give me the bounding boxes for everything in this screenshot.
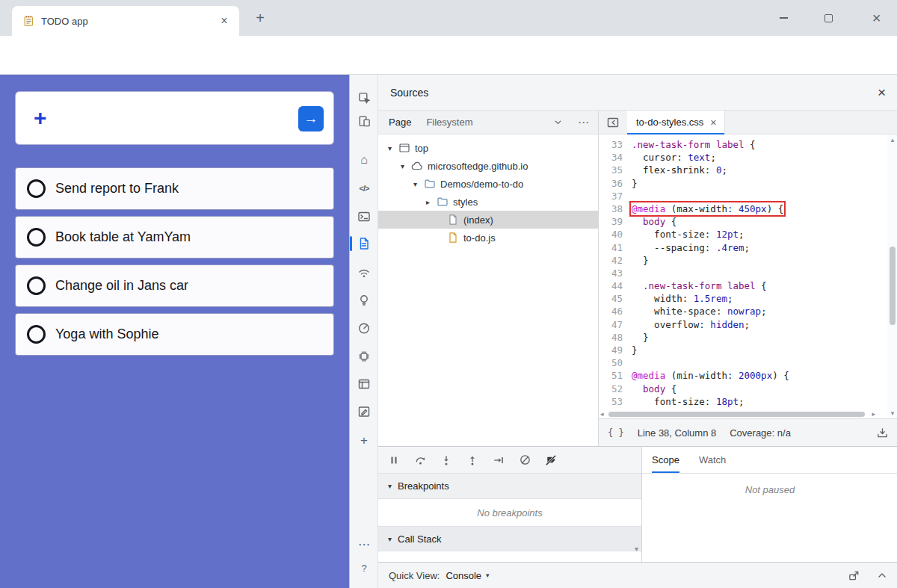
line-number[interactable]: 47 [599,318,632,331]
code-line-content[interactable]: .new-task-form label { [632,279,767,292]
chevron-down-icon[interactable] [553,117,563,127]
more-tools-plus-icon[interactable]: + [350,430,378,452]
line-number[interactable]: 35 [599,164,632,176]
code-line-content[interactable]: font-size: 12pt; [632,228,745,241]
line-number[interactable]: 36 [599,177,632,190]
line-number[interactable]: 43 [599,267,632,279]
code-area[interactable]: 33.new-task-form label {34 cursor: text;… [599,134,887,409]
toggle-navigator-icon[interactable] [599,111,627,134]
line-number[interactable]: 50 [599,356,632,369]
devtools-close-icon[interactable]: × [878,84,886,101]
task-item[interactable]: Yoga with Sophie [15,313,334,356]
task-checkbox-icon[interactable] [27,179,46,198]
tree-item-styles[interactable]: ▸styles [378,193,598,211]
pretty-print-icon[interactable]: { } [608,427,624,438]
dont-pause-on-exceptions-icon[interactable] [544,454,558,467]
download-tray-icon[interactable] [876,427,889,439]
step-into-icon[interactable] [440,454,453,467]
chevron-right-icon[interactable]: ▸ [424,198,432,206]
chevron-down-icon[interactable]: ▾ [411,180,419,188]
line-number[interactable]: 33 [599,138,632,151]
horizontal-scroll-thumb[interactable] [608,412,865,417]
coverage-status[interactable]: Coverage: n/a [730,427,791,439]
line-number[interactable]: 38 [599,202,632,215]
tab-watch[interactable]: Watch [699,447,726,473]
step-over-icon[interactable] [413,454,427,467]
code-line-content[interactable]: } [632,177,638,190]
issues-lightbulb-icon[interactable] [350,289,378,312]
file-tab-close-icon[interactable]: × [710,117,716,129]
scroll-up-icon[interactable]: ▴ [887,136,897,143]
help-icon[interactable]: ? [350,557,378,579]
window-maximize-button[interactable] [811,0,845,36]
tree-item-to-do-js[interactable]: to-do.js [378,229,598,247]
line-number[interactable]: 49 [599,344,632,356]
chevron-up-icon[interactable] [877,570,887,581]
expand-panel-icon[interactable] [848,569,860,582]
call-stack-section-header[interactable]: ▾ Call Stack [378,526,641,551]
line-number[interactable]: 42 [599,254,632,267]
console-panel-icon[interactable] [350,205,378,228]
performance-panel-icon[interactable] [350,317,378,339]
line-number[interactable]: 52 [599,383,632,395]
code-line-content[interactable]: } [632,331,649,344]
code-line-content[interactable]: --spacing: .4rem; [632,241,750,254]
code-line-content[interactable]: flex-shrink: 0; [632,164,727,176]
step-icon[interactable] [492,454,505,467]
file-tab-active[interactable]: to-do-styles.css × [627,111,725,134]
horizontal-scrollbar[interactable]: ◂ ▸ [599,410,887,418]
breakpoints-section-header[interactable]: ▾ Breakpoints [378,474,641,499]
code-line-content[interactable]: } [632,344,638,356]
code-line-content[interactable]: .new-task-form label { [632,138,756,151]
task-checkbox-icon[interactable] [27,276,46,295]
line-number[interactable]: 51 [599,369,632,382]
scroll-down-icon[interactable]: ▾ [887,409,897,417]
application-panel-icon[interactable] [350,373,378,395]
more-options-icon[interactable]: ⋯ [350,533,378,555]
line-number[interactable]: 45 [599,292,632,305]
scroll-right-icon[interactable]: ▸ [872,410,875,418]
tab-close-icon[interactable]: × [217,13,232,28]
code-line-content[interactable]: font-size: 18pt; [632,395,745,408]
code-line-content[interactable]: } [632,254,649,267]
pause-icon[interactable] [387,454,401,467]
code-line-content[interactable]: body { [632,215,676,228]
tree-item-demos-demo-to-do[interactable]: ▾Demos/demo-to-do [378,175,598,193]
memory-panel-icon[interactable] [350,345,378,368]
step-out-icon[interactable] [466,454,479,467]
browser-tab[interactable]: TODO app × [12,6,239,36]
line-number[interactable]: 41 [599,241,632,254]
code-line-content[interactable]: @media (min-width: 2000px) { [632,369,789,382]
code-line-content[interactable]: width: 1.5rem; [632,292,733,305]
line-number[interactable]: 40 [599,228,632,241]
new-tab-button[interactable]: + [250,7,271,28]
task-item[interactable]: Book table at YamYam [15,216,334,259]
task-checkbox-icon[interactable] [27,228,46,247]
line-number[interactable]: 39 [599,215,632,228]
line-number[interactable]: 34 [599,151,632,164]
navigator-more-icon[interactable]: ⋯ [578,116,589,129]
line-number[interactable]: 44 [599,279,632,292]
new-task-form[interactable]: + → [15,91,334,145]
window-close-button[interactable]: × [856,0,897,36]
task-checkbox-icon[interactable] [27,325,46,344]
tree-item-index[interactable]: (index) [378,211,598,229]
tab-scope[interactable]: Scope [652,447,679,473]
line-number[interactable]: 53 [599,395,632,408]
code-line-content[interactable]: @media (max-width: 450px) { [632,202,783,215]
add-task-button[interactable]: → [298,106,324,131]
task-item[interactable]: Change oil in Jans car [15,264,334,307]
chevron-down-icon[interactable]: ▾ [386,144,394,152]
task-item[interactable]: Send report to Frank [15,167,334,210]
code-line-content[interactable]: body { [632,383,676,395]
network-panel-icon[interactable] [350,261,378,284]
device-emulation-icon[interactable] [350,110,378,132]
code-line-content[interactable]: overflow: hidden; [632,318,750,331]
elements-panel-icon[interactable]: </> [350,177,378,199]
tree-item-top[interactable]: ▾top [378,139,598,157]
edit-tools-panel-icon[interactable] [350,400,378,423]
sources-panel-icon[interactable] [350,232,378,255]
tab-page[interactable]: Page [389,117,411,128]
inspect-icon[interactable] [350,87,378,109]
quick-view-select[interactable]: Console ▾ [446,570,489,581]
